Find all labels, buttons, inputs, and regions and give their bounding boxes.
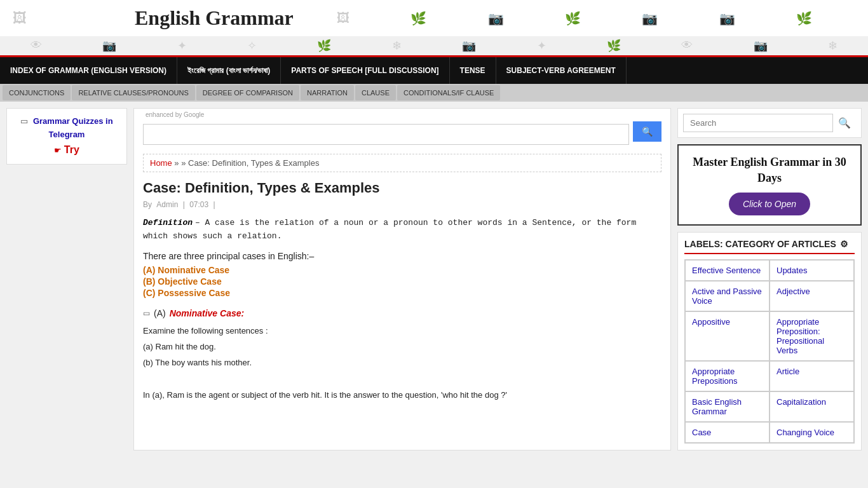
case-item-a: (A) Nominative Case — [143, 265, 661, 275]
nav-item-tense[interactable]: TENSE — [450, 57, 496, 84]
sub-nav-conditionals[interactable]: CONDITIONALS/IF CLAUSE — [397, 85, 500, 100]
case-item-b: (B) Objective Case — [143, 276, 661, 287]
wm-icon: 👁 — [681, 39, 693, 53]
arrow-icon: ☛ — [54, 146, 62, 155]
sub-nav-relative[interactable]: RELATIVE CLAUSES/PRONOUNS — [72, 85, 194, 100]
label-cell-basic-english: Basic English Grammar — [685, 391, 770, 422]
label-adjective[interactable]: Adjective — [776, 287, 810, 296]
search-wrap: enhanced by Google — [143, 118, 629, 145]
sub-nav-conjunctions[interactable]: CONJUNCTIONS — [3, 85, 71, 100]
wm-icon: ✦ — [537, 39, 546, 53]
nav-item-bangla[interactable]: ইংরেজি গ্রামার (বাংলা ভার্শন/ভাষা) — [177, 57, 281, 84]
label-cell-capitalization: Capitalization — [770, 391, 854, 422]
label-appropriate-prepositions[interactable]: Appropriate Prepositions — [692, 367, 738, 386]
watermark-icon-3: 📷 — [488, 11, 504, 26]
watermark-row: 👁 📷 ✦ ✧ 🌿 ❄ 📷 ✦ 🌿 👁 📷 ❄ — [0, 36, 868, 55]
label-cell-updates: Updates — [770, 260, 854, 281]
left-sidebar: ▭ Grammar Quizzes in Telegram ☛ Try — [6, 108, 127, 165]
label-basic-english[interactable]: Basic English Grammar — [692, 397, 742, 416]
breadcrumb-home[interactable]: Home — [150, 158, 172, 168]
examine-b: (b) The boy wants his mother. — [143, 355, 661, 370]
breadcrumb-separator: » » — [174, 158, 188, 168]
book-title: Master English Grammar in 30 Days — [688, 154, 851, 186]
breadcrumb: Home » » Case: Definition, Types & Examp… — [143, 154, 661, 172]
definition-text: A case is the relation of a noun or a pr… — [143, 218, 636, 241]
wm-icon: 📷 — [754, 39, 768, 53]
watermark-icon-2: 🌿 — [410, 11, 426, 26]
watermark-icon-5: 📷 — [642, 11, 658, 26]
center-search: enhanced by Google 🔍 — [143, 118, 661, 145]
label-capitalization[interactable]: Capitalization — [776, 397, 826, 407]
watermark-icon-1: 🖼 — [337, 11, 349, 25]
article-time: 07:03 — [189, 200, 208, 209]
square-icon: ▭ — [20, 116, 28, 126]
definition-em: – — [195, 218, 205, 227]
wm-icon: 📷 — [102, 39, 116, 53]
telegram-link[interactable]: Grammar Quizzes in Telegram — [33, 116, 113, 139]
telegram-label: Grammar Quizzes in Telegram — [33, 116, 113, 139]
try-text: Try — [64, 144, 79, 155]
sub-nav-narration[interactable]: NARRATION — [301, 85, 354, 100]
label-case[interactable]: Case — [692, 428, 711, 437]
label-cell-appositive: Appositive — [685, 311, 770, 361]
sub-nav-degree[interactable]: DEGREE OF COMPARISON — [196, 85, 299, 100]
site-title: English Grammar — [135, 6, 294, 30]
label-cell-article: Article — [770, 361, 854, 391]
sidebar-telegram: ▭ Grammar Quizzes in Telegram ☛ Try — [13, 115, 120, 158]
wm-icon: 👁 — [31, 39, 42, 53]
watermark-icon-6: 📷 — [719, 11, 735, 26]
nav-item-index[interactable]: INDEX OF GRAMMAR (ENGLISH VERSION) — [0, 57, 177, 84]
label-cell-adjective: Adjective — [770, 281, 854, 311]
article-meta: By Admin | 07:03 | — [143, 200, 661, 209]
label-cell-effective: Effective Sentence — [685, 260, 770, 281]
labels-grid: Effective Sentence Updates Active and Pa… — [684, 259, 855, 444]
label-appositive[interactable]: Appositive — [692, 317, 730, 327]
author-label: By — [143, 200, 154, 209]
wm-icon: ❄ — [828, 39, 837, 53]
site-header: 🖼 English Grammar 🖼 🌿 📷 🌿 📷 📷 🌿 — [0, 0, 868, 36]
labels-header: LABELS: CATEGORY OF ARTICLES ⚙ — [684, 239, 855, 254]
watermark-icon-4: 🌿 — [565, 11, 581, 26]
case-list: (A) Nominative Case (B) Objective Case (… — [143, 265, 661, 298]
examine-a: (a) Ram hit the dog. — [143, 339, 661, 354]
wm-icon: 📷 — [462, 39, 476, 53]
nav-bar: INDEX OF GRAMMAR (ENGLISH VERSION) ইংরেজ… — [0, 55, 868, 84]
examine-section: Examine the following sentences : (a) Ra… — [143, 323, 661, 403]
explanation-text: In (a), Ram is the agent or subject of t… — [143, 388, 661, 402]
breadcrumb-current: Case: Definition, Types & Examples — [188, 158, 319, 168]
nav-item-parts[interactable]: PARTS OF SPEECH [FULL DISCUSSION] — [281, 57, 449, 84]
meta-flag: | — [214, 200, 215, 209]
definition-paragraph: Definition – A case is the relation of a… — [143, 217, 661, 243]
watermark-icon-7: 🌿 — [796, 11, 812, 26]
wm-icon: 🌿 — [607, 39, 621, 53]
label-article[interactable]: Article — [776, 367, 799, 376]
label-changing-voice[interactable]: Changing Voice — [776, 428, 834, 437]
label-appropriate-preposition[interactable]: Appropriate Preposition: Prepositional V… — [776, 317, 824, 355]
label-cell-appropriate-preposition: Appropriate Preposition: Prepositional V… — [770, 311, 854, 361]
label-active-passive[interactable]: Active and Passive Voice — [692, 287, 762, 306]
book-open-button[interactable]: Click to Open — [729, 193, 810, 215]
main-container: ▭ Grammar Quizzes in Telegram ☛ Try enha… — [0, 102, 868, 457]
right-search-input[interactable] — [683, 114, 833, 132]
section-square-icon: ▭ — [143, 309, 150, 318]
center-search-input[interactable] — [143, 124, 629, 145]
right-search-button[interactable]: 🔍 — [833, 114, 856, 132]
label-cell-appropriate-prepositions: Appropriate Prepositions — [685, 361, 770, 391]
principal-cases: There are three principal cases in Engli… — [143, 251, 661, 298]
center-content: enhanced by Google 🔍 Home » » Case: Defi… — [133, 108, 671, 451]
section-a-heading: ▭ (A) Nominative Case: — [143, 308, 661, 318]
label-effective-sentence[interactable]: Effective Sentence — [692, 266, 761, 275]
labels-section: LABELS: CATEGORY OF ARTICLES ⚙ Effective… — [677, 232, 862, 451]
search-icon: 🔍 — [642, 126, 653, 137]
label-updates[interactable]: Updates — [776, 266, 807, 275]
label-cell-case: Case — [685, 422, 770, 443]
sub-nav-clause[interactable]: CLAUSE — [355, 85, 396, 100]
wm-icon: ✧ — [247, 39, 257, 53]
right-sidebar: 🔍 Master English Grammar in 30 Days Clic… — [677, 108, 862, 451]
center-search-button[interactable]: 🔍 — [633, 121, 661, 142]
article-title: Case: Definition, Types & Examples — [143, 180, 661, 196]
nav-item-subject-verb[interactable]: SUBJECT-VERB AGREEMENT — [496, 57, 627, 84]
gear-icon: ⚙ — [840, 239, 848, 249]
author-name: Admin — [156, 200, 178, 209]
right-search-icon: 🔍 — [838, 118, 851, 128]
